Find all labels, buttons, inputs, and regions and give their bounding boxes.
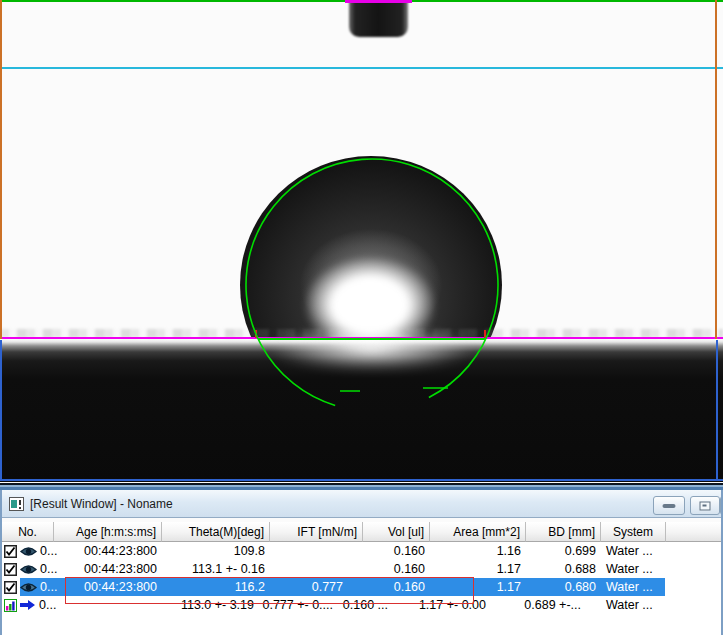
cell-area: 1.16 — [430, 544, 526, 558]
close-button[interactable] — [720, 496, 721, 515]
row-number: 0... — [39, 598, 56, 612]
column-header-no[interactable]: No. — [2, 522, 54, 542]
cell-system: Water ... — [601, 598, 666, 612]
cell-bd: 0.689 +-... — [526, 598, 601, 612]
camera-view — [0, 0, 723, 483]
cell-theta: 109.8 — [162, 544, 270, 558]
row-id-cell: 0... — [2, 544, 54, 558]
result-window-icon — [9, 497, 24, 511]
table-row[interactable]: 0... 00:44:23:800 109.8 0.160 1.16 0.699… — [2, 542, 721, 560]
roi-line-bottom — [0, 479, 723, 481]
table-header-row: No. Age [h:m:s:ms] Theta(M)[deg] IFT [mN… — [2, 522, 721, 542]
cell-theta: 116.2 — [162, 580, 270, 594]
roi-line-left — [0, 340, 2, 481]
eye-icon — [20, 546, 37, 557]
restore-icon — [700, 501, 711, 510]
result-window-top-border — [0, 483, 723, 490]
cell-age: 00:44:23:800 — [54, 562, 162, 576]
table-row-selected[interactable]: 0... 00:44:23:800 116.2 0.777 0.160 1.17… — [2, 578, 721, 596]
column-header-ift[interactable]: IFT [mN/m] — [270, 522, 363, 542]
cell-vol: 0.160 — [363, 580, 430, 594]
frame-line-left — [0, 0, 2, 339]
drop-shape-analyzer-window: [Result Window] - Noname No. Age [h:m:s:… — [0, 0, 723, 635]
cell-theta: 113.1 +- 0.16 — [162, 562, 270, 576]
eye-icon — [20, 582, 37, 593]
column-header-filler — [666, 522, 721, 542]
row-id-cell: 0... — [2, 598, 54, 612]
column-header-area[interactable]: Area [mm*2] — [430, 522, 526, 542]
cell-bd: 0.699 — [526, 544, 601, 558]
cell-theta: 113.0 +- 3.19 — [162, 598, 270, 612]
cell-bd: 0.680 — [526, 580, 601, 594]
cell-vol: 0.160 — [363, 544, 430, 558]
results-table-body: 0... 00:44:23:800 109.8 0.160 1.16 0.699… — [2, 542, 721, 614]
cell-bd: 0.688 — [526, 562, 601, 576]
fit-circle-overlay — [0, 0, 723, 483]
cell-system: Water ... — [601, 580, 666, 594]
needle-top-marker — [345, 0, 412, 3]
row-checkbox[interactable] — [4, 545, 17, 558]
focus-reference-line — [0, 67, 723, 69]
cell-area: 1.17 — [430, 580, 526, 594]
column-header-bd[interactable]: BD [mm] — [526, 522, 601, 542]
arrow-right-icon — [20, 599, 36, 611]
column-header-vol[interactable]: Vol [ul] — [363, 522, 430, 542]
column-header-system[interactable]: System — [601, 522, 666, 542]
minimize-icon — [663, 504, 676, 508]
cell-area: 1.17 +- 0.00 — [430, 598, 526, 612]
row-id-cell: 0... — [2, 580, 54, 594]
table-empty-area — [2, 614, 721, 635]
cell-age: 00:44:23:800 — [54, 580, 162, 594]
cell-ift: 0.777 — [270, 580, 363, 594]
minimize-button[interactable] — [653, 496, 685, 515]
frame-line-right — [715, 0, 717, 339]
chart-icon — [4, 599, 17, 612]
row-checkbox[interactable] — [4, 581, 17, 594]
cell-system: Water ... — [601, 544, 666, 558]
cell-vol: 0.160 — [363, 562, 430, 576]
result-window-body: [Result Window] - Noname No. Age [h:m:s:… — [0, 490, 723, 635]
row-id-cell: 0... — [2, 562, 54, 576]
cell-system: Water ... — [601, 562, 666, 576]
cell-age: 00:44:23:800 — [54, 544, 162, 558]
column-header-theta[interactable]: Theta(M)[deg] — [162, 522, 270, 542]
eye-icon — [20, 564, 37, 575]
table-row[interactable]: 0... 00:44:23:800 113.1 +- 0.16 0.160 1.… — [2, 560, 721, 578]
row-checkbox[interactable] — [4, 563, 17, 576]
column-header-age[interactable]: Age [h:m:s:ms] — [54, 522, 162, 542]
roi-line-right — [716, 340, 718, 481]
result-window-title: [Result Window] - Noname — [30, 497, 173, 511]
restore-button[interactable] — [690, 496, 720, 515]
result-window-titlebar[interactable]: [Result Window] - Noname — [2, 490, 721, 518]
cell-area: 1.17 — [430, 562, 526, 576]
result-window: [Result Window] - Noname No. Age [h:m:s:… — [0, 483, 723, 635]
table-row-mean[interactable]: 0... 113.0 +- 3.19 0.777 +- 0.... 0.160 … — [2, 596, 721, 614]
